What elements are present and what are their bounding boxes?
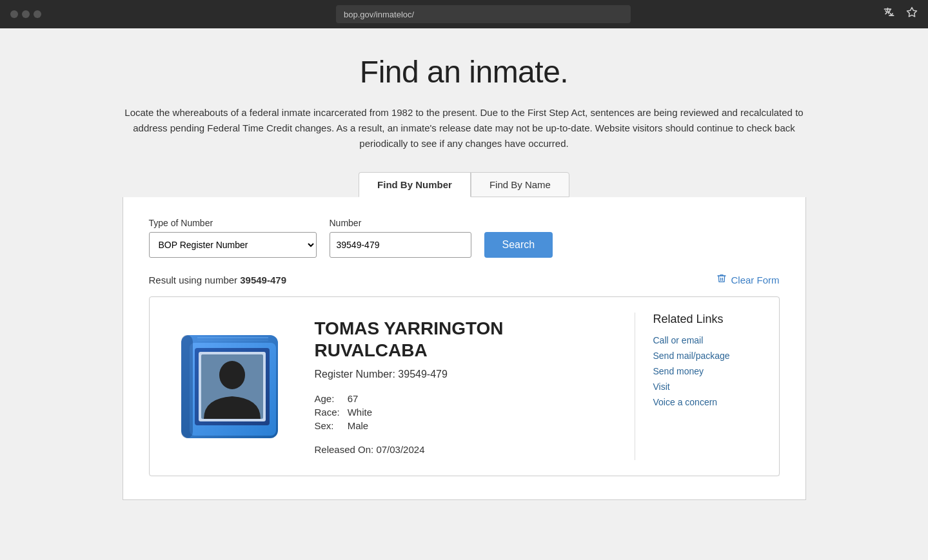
sex-value: Male [348, 420, 614, 431]
bookmark-icon[interactable] [906, 6, 918, 22]
inmate-register-number: Register Number: 39549-479 [315, 369, 614, 380]
register-label: Register Number: [315, 369, 395, 380]
page-content: Find an inmate. Locate the whereabouts o… [0, 28, 928, 560]
browser-dot-1 [10, 10, 18, 18]
race-label: Race: [315, 407, 340, 418]
browser-action-icons [883, 6, 918, 22]
age-value: 67 [348, 393, 614, 404]
type-of-number-label: Type of Number [149, 218, 317, 228]
svg-rect-7 [181, 335, 193, 438]
register-number-value: 39549-479 [398, 369, 448, 380]
inmate-name: TOMAS YARRINGTON RUVALCABA [315, 318, 614, 361]
search-tabs: Find By Number Find By Name [123, 172, 806, 197]
inmate-details-grid: Age: 67 Race: White Sex: Male [315, 393, 614, 431]
result-number: 39549-479 [240, 275, 286, 285]
browser-dots [10, 10, 41, 18]
result-text: Result using number 39549-479 [149, 275, 286, 285]
inmate-card: TOMAS YARRINGTON RUVALCABA Register Numb… [149, 296, 780, 476]
page-title: Find an inmate. [39, 54, 889, 90]
inmate-name-line2: RUVALCABA [315, 340, 428, 360]
link-visit[interactable]: Visit [653, 381, 764, 392]
trash-icon [716, 273, 727, 286]
form-row: Type of Number BOP Register Number FBI N… [149, 218, 780, 258]
translate-icon[interactable] [883, 6, 896, 22]
search-button[interactable]: Search [484, 232, 553, 258]
link-send-money[interactable]: Send money [653, 366, 764, 376]
link-call-or-email[interactable]: Call or email [653, 335, 764, 345]
inmate-info: TOMAS YARRINGTON RUVALCABA Register Numb… [315, 313, 614, 460]
inmate-card-wrapper: TOMAS YARRINGTON RUVALCABA Register Numb… [149, 296, 780, 476]
released-on: Released On: 07/03/2024 [315, 444, 614, 455]
number-label: Number [330, 218, 471, 228]
browser-dot-2 [22, 10, 30, 18]
link-send-mail[interactable]: Send mail/package [653, 351, 764, 361]
svg-marker-0 [907, 8, 917, 17]
type-of-number-group: Type of Number BOP Register Number FBI N… [149, 218, 317, 258]
profile-icon [172, 329, 288, 445]
age-label: Age: [315, 393, 340, 404]
released-date: 07/03/2024 [376, 444, 424, 455]
page-description: Locate the whereabouts of a federal inma… [123, 105, 806, 151]
link-voice-concern[interactable]: Voice a concern [653, 397, 764, 407]
clear-form-label: Clear Form [731, 275, 779, 285]
svg-point-6 [219, 361, 245, 389]
number-input[interactable] [330, 232, 471, 258]
url-text: bop.gov/inmateloc/ [344, 10, 414, 19]
race-value: White [348, 407, 614, 418]
number-group: Number [330, 218, 471, 258]
browser-dot-3 [34, 10, 41, 18]
result-bar: Result using number 39549-479 Clear Form [149, 273, 780, 296]
url-bar[interactable]: bop.gov/inmateloc/ [336, 5, 631, 23]
inmate-name-line1: TOMAS YARRINGTON [315, 318, 504, 338]
released-label: Released On: [315, 444, 374, 455]
related-links-title: Related Links [653, 313, 764, 326]
clear-form-button[interactable]: Clear Form [716, 273, 779, 286]
search-panel: Type of Number BOP Register Number FBI N… [123, 197, 806, 500]
browser-chrome: bop.gov/inmateloc/ [0, 0, 928, 28]
related-links-section: Related Links Call or email Send mail/pa… [635, 313, 764, 460]
sex-label: Sex: [315, 420, 340, 431]
type-of-number-select[interactable]: BOP Register Number FBI Number INS Numbe… [149, 232, 317, 258]
profile-image-container [165, 313, 294, 460]
tabs-container: Find By Number Find By Name [123, 172, 806, 197]
tab-find-by-number[interactable]: Find By Number [359, 172, 471, 197]
tab-find-by-name[interactable]: Find By Name [471, 172, 569, 197]
